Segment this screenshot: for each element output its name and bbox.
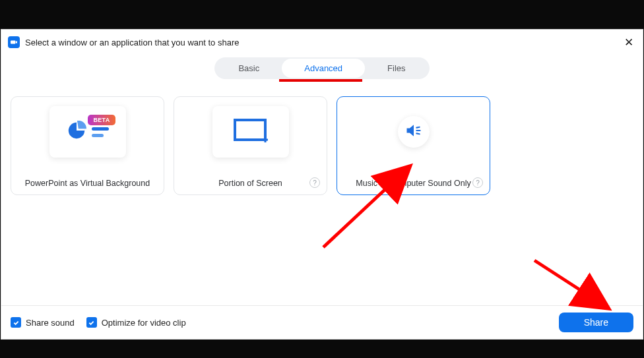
footer: Share sound Optimize for video clip Shar… — [1, 305, 643, 339]
checkbox-label: Optimize for video clip — [102, 318, 186, 328]
titlebar: Select a window or an application that y… — [1, 30, 643, 55]
tab-advanced[interactable]: Advanced — [282, 59, 365, 78]
checkbox-label: Share sound — [26, 318, 75, 328]
lines-icon — [92, 127, 109, 137]
dialog-title: Select a window or an application that y… — [25, 38, 239, 47]
checkbox-checked-icon — [11, 317, 21, 328]
card-label: Music or Computer Sound Only — [356, 179, 470, 188]
help-icon[interactable]: ? — [472, 177, 483, 188]
checkbox-checked-icon — [86, 317, 97, 328]
share-dialog: Select a window or an application that y… — [1, 29, 643, 340]
card-label: Portion of Screen — [218, 179, 282, 188]
annotation-underline — [279, 79, 362, 82]
beta-badge: BETA — [88, 115, 115, 125]
checkbox-optimize-video[interactable]: Optimize for video clip — [86, 317, 186, 328]
option-portion-of-screen[interactable]: Portion of Screen ? — [174, 96, 327, 195]
help-icon[interactable]: ? — [309, 177, 320, 188]
tab-basic[interactable]: Basic — [216, 59, 282, 78]
checkbox-share-sound[interactable]: Share sound — [11, 317, 75, 328]
pie-chart-icon — [67, 121, 86, 143]
app-icon — [8, 36, 20, 48]
card-preview — [212, 106, 289, 158]
crop-rect-icon — [232, 117, 269, 146]
card-preview: BETA — [49, 106, 126, 158]
card-label: PowerPoint as Virtual Background — [25, 179, 150, 188]
svg-rect-1 — [235, 120, 265, 140]
card-preview — [375, 106, 452, 158]
tab-files[interactable]: Files — [365, 59, 428, 78]
option-powerpoint-virtual-background[interactable]: BETA PowerPoint as Virtual Background — [11, 96, 164, 195]
close-button[interactable]: ✕ — [622, 35, 636, 49]
tabs: Basic Advanced Files — [214, 57, 429, 79]
cards-row: BETA PowerPoint as Virtual Background Po… — [1, 82, 643, 202]
share-button[interactable]: Share — [559, 313, 633, 332]
tabs-container: Basic Advanced Files — [1, 55, 643, 79]
option-music-or-computer-sound[interactable]: Music or Computer Sound Only ? — [337, 96, 490, 195]
speaker-icon — [404, 121, 423, 142]
